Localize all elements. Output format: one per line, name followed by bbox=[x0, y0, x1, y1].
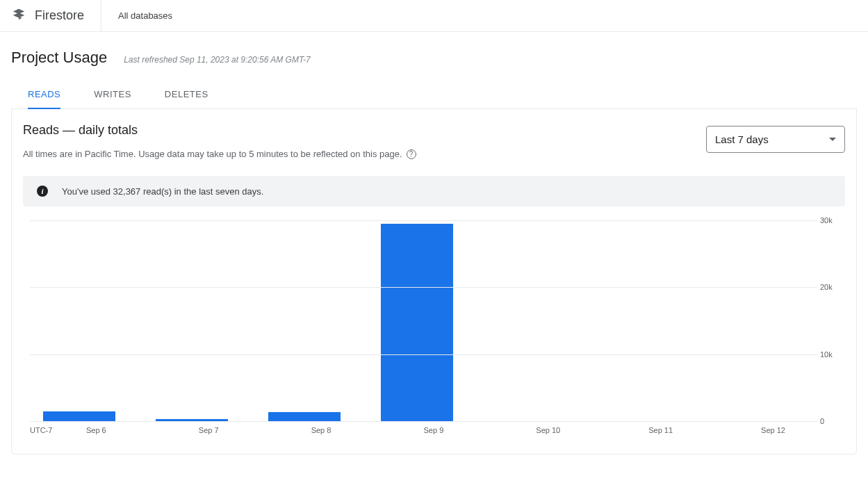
dropdown-caret-icon bbox=[829, 138, 836, 141]
chart-bar-slot bbox=[592, 220, 705, 421]
chart-ytick-label: 20k bbox=[820, 283, 841, 291]
chart-gridline bbox=[30, 287, 817, 288]
usage-card: Reads — daily totals All times are in Pa… bbox=[11, 109, 857, 455]
card-title: Reads — daily totals bbox=[23, 123, 416, 138]
time-range-label: Last 7 days bbox=[715, 133, 769, 145]
firestore-logo-icon bbox=[11, 7, 26, 24]
top-bar: Firestore All databases bbox=[0, 0, 868, 32]
chart-bar-slot bbox=[705, 220, 817, 421]
info-icon: i bbox=[37, 186, 48, 197]
last-refreshed-text: Last refreshed Sep 11, 2023 at 9:20:56 A… bbox=[124, 55, 311, 65]
card-note-text: All times are in Pacific Time. Usage dat… bbox=[23, 149, 402, 159]
chart-xtick-label: Sep 8 bbox=[311, 422, 424, 434]
chart-bar-slot bbox=[255, 220, 368, 421]
chart-xtick-label: Sep 7 bbox=[199, 422, 311, 434]
page-title: Project Usage bbox=[11, 49, 107, 67]
chart: 010k20k30k UTC-7 bbox=[23, 220, 845, 422]
chart-xtick-label: Sep 10 bbox=[536, 422, 648, 434]
tab-writes[interactable]: Writes bbox=[94, 81, 131, 109]
tab-reads[interactable]: Reads bbox=[28, 81, 60, 109]
chart-bar[interactable] bbox=[268, 412, 341, 421]
card-header-left: Reads — daily totals All times are in Pa… bbox=[23, 123, 416, 176]
help-icon[interactable]: ? bbox=[407, 149, 416, 159]
chart-bars bbox=[30, 220, 817, 421]
chart-xtick-label: Sep 12 bbox=[761, 422, 868, 434]
chart-xtick-label: Sep 11 bbox=[648, 422, 761, 434]
chart-bar-slot bbox=[480, 220, 592, 421]
product-logo-block: Firestore bbox=[11, 0, 101, 31]
usage-summary-text: You've used 32,367 read(s) in the last s… bbox=[62, 186, 263, 197]
page-body: Project Usage Last refreshed Sep 11, 202… bbox=[0, 32, 868, 455]
chart-gridline bbox=[30, 220, 817, 221]
chart-gridline bbox=[30, 354, 817, 355]
chart-xtick-label: Sep 6 bbox=[86, 422, 199, 434]
chart-yaxis-space bbox=[817, 220, 845, 422]
chart-xticks: Sep 6Sep 7Sep 8Sep 9Sep 10Sep 11Sep 12 bbox=[30, 422, 845, 434]
chart-ytick-label: 10k bbox=[820, 350, 841, 359]
chart-bar-slot bbox=[142, 220, 255, 421]
chart-plot-area: 010k20k30k bbox=[30, 220, 817, 422]
chart-bar-slot bbox=[368, 220, 480, 421]
card-note-row: All times are in Pacific Time. Usage dat… bbox=[23, 149, 416, 159]
card-header: Reads — daily totals All times are in Pa… bbox=[23, 123, 845, 176]
title-row: Project Usage Last refreshed Sep 11, 202… bbox=[11, 49, 857, 67]
chart-ytick-label: 30k bbox=[820, 216, 841, 224]
database-scope[interactable]: All databases bbox=[101, 10, 172, 21]
time-range-select[interactable]: Last 7 days bbox=[706, 126, 845, 153]
tab-deletes[interactable]: Deletes bbox=[165, 81, 208, 109]
tabs: Reads Writes Deletes bbox=[11, 81, 857, 109]
chart-bar-slot bbox=[30, 220, 142, 421]
chart-xaxis-tz-label: UTC-7 bbox=[30, 426, 52, 434]
product-name: Firestore bbox=[35, 8, 84, 23]
usage-summary-banner: i You've used 32,367 read(s) in the last… bbox=[23, 176, 845, 206]
chart-bar[interactable] bbox=[43, 411, 115, 421]
chart-xtick-label: Sep 9 bbox=[424, 422, 537, 434]
chart-bar[interactable] bbox=[381, 224, 453, 421]
